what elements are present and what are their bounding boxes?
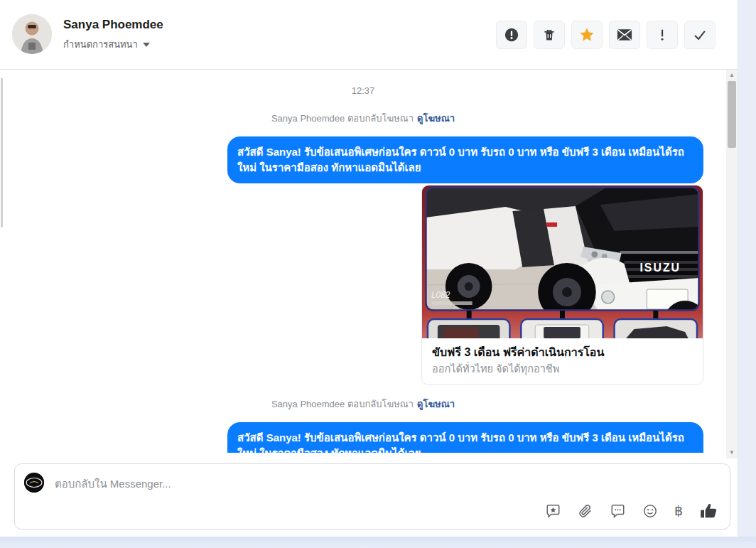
saved-replies-icon <box>545 503 561 519</box>
mark-spam-button[interactable] <box>647 21 678 49</box>
ad-reply-meta: Sanya Phoemdee ตอบกลับโฆษณาดูโฆษณา <box>0 111 726 126</box>
emoji-button[interactable] <box>642 503 658 519</box>
like-button[interactable] <box>699 502 718 520</box>
schedule-label: กำหนดการสนทนา <box>63 37 138 52</box>
report-button[interactable] <box>496 21 527 49</box>
mark-unread-button[interactable] <box>609 21 640 49</box>
reply-composer[interactable]: ฿ <box>14 463 730 530</box>
page-background-strip <box>738 0 756 548</box>
ad-card-title: ขับฟรี 3 เดือน ฟรีค่าดำเนินการโอน <box>432 345 693 360</box>
meta-text: Sanya Phoemdee ตอบกลับโฆษณา <box>271 399 414 409</box>
view-ad-link[interactable]: ดูโฆษณา <box>417 399 455 409</box>
ad-truck-image: ISUZU L082 <box>422 186 703 338</box>
message-bubble[interactable]: สวัสดี Sanya! รับข้อเสนอพิเศษก่อนใคร ดาว… <box>227 136 703 183</box>
inbox-window: Sanya Phoemdee กำหนดการสนทนา <box>0 0 756 548</box>
composer-toolbar: ฿ <box>545 502 718 520</box>
attach-file-button[interactable] <box>578 503 593 519</box>
avatar-photo <box>12 14 52 54</box>
ad-card-subtitle: ออกได้ทั่วไทย จัดได้ทุกอาชีพ <box>432 362 693 376</box>
paperclip-icon <box>578 503 593 519</box>
mark-done-button[interactable] <box>684 21 716 49</box>
delete-button[interactable] <box>534 21 565 49</box>
star-icon <box>578 26 595 43</box>
truck-brand-text: ISUZU <box>639 262 681 274</box>
ad-reply-meta: Sanya Phoemdee ตอบกลับโฆษณาดูโฆษณา <box>0 397 726 412</box>
saved-replies-button[interactable] <box>545 503 561 519</box>
reply-input[interactable] <box>53 473 511 493</box>
follow-up-button[interactable] <box>571 21 603 49</box>
thread-scrollbar[interactable]: ▲ ▼ <box>726 70 738 458</box>
image-stock-label: L082 <box>431 290 450 300</box>
conversation-header: Sanya Phoemdee กำหนดการสนทนา <box>0 0 738 70</box>
trash-icon <box>542 28 556 42</box>
message-template-button[interactable] <box>610 503 626 519</box>
message-bubble[interactable]: สวัสดี Sanya! รับข้อเสนอพิเศษก่อนใคร ดาว… <box>227 422 703 453</box>
alert-circle-icon <box>504 27 519 43</box>
page-avatar <box>24 473 44 493</box>
left-panel-scrollbar[interactable] <box>1 78 3 227</box>
scroll-down-arrow-icon[interactable]: ▼ <box>726 447 738 457</box>
page-bottom-strip <box>0 537 756 548</box>
message-bubble-icon <box>610 503 626 519</box>
scroll-up-arrow-icon[interactable]: ▲ <box>726 70 738 80</box>
ad-card-body: ขับฟรี 3 เดือน ฟรีค่าดำเนินการโอน ออกได้… <box>422 338 703 385</box>
thumbs-up-icon <box>699 502 718 520</box>
header-action-bar <box>496 21 716 49</box>
thread-timestamp: 12:37 <box>0 85 726 96</box>
emoji-icon <box>642 503 658 519</box>
ad-attachment-card[interactable]: ISUZU L082 <box>421 185 703 385</box>
thumbnail-strip <box>428 319 697 338</box>
view-ad-link[interactable]: ดูโฆษณา <box>417 113 455 124</box>
schedule-conversation-dropdown[interactable]: กำหนดการสนทนา <box>63 37 150 52</box>
chevron-down-icon <box>143 43 150 47</box>
baht-payment-icon: ฿ <box>674 504 683 518</box>
contact-avatar[interactable] <box>12 14 52 54</box>
exclamation-icon <box>655 27 669 43</box>
envelope-icon <box>617 28 632 41</box>
scrollbar-thumb[interactable] <box>728 81 736 148</box>
contact-name: Sanya Phoemdee <box>63 18 163 32</box>
meta-text: Sanya Phoemdee ตอบกลับโฆษณา <box>271 113 414 124</box>
message-thread[interactable]: 12:37 Sanya Phoemdee ตอบกลับโฆษณาดูโฆษณา… <box>0 70 726 453</box>
payment-button[interactable]: ฿ <box>674 504 683 518</box>
check-icon <box>692 27 708 43</box>
